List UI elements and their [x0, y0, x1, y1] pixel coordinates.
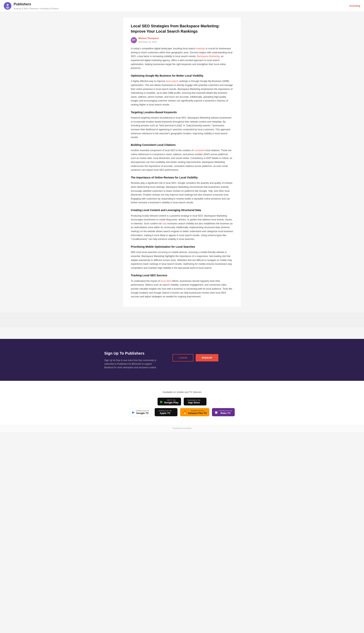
- section-heading-2: Targeting Location-Based Keywords: [131, 110, 233, 114]
- available-text: Available on mobile and TV devices: [4, 390, 360, 394]
- author-date: November 15, 2024: [138, 40, 159, 44]
- svg-point-1: [7, 4, 9, 6]
- header-title-group: Publishers Science & Tech • Business • I…: [14, 2, 58, 10]
- signup-inner: Sign Up To Publishers Sign Up for free t…: [104, 350, 260, 370]
- app-store-button[interactable]: Download on the App Store: [184, 398, 206, 406]
- svg-point-2: [6, 6, 9, 9]
- google-tv-button[interactable]: ▶ DOWNLOAD ON Google TV: [129, 408, 152, 416]
- amazon-fire-icon: 🔥: [183, 410, 187, 414]
- roku-label: DOWNLOAD ON Roku TV: [219, 410, 232, 414]
- powered-by: Powered by On.Media: [0, 424, 364, 432]
- store-buttons-row2: ▶ DOWNLOAD ON Google TV DOWNLOAD ON Appl…: [4, 408, 360, 416]
- author-info: Melissa Thompson November 15, 2024: [138, 36, 159, 44]
- amazon-fire-button[interactable]: 🔥 DOWNLOAD ON Amazon Fire TV: [180, 408, 209, 416]
- signup-description: Sign Up for free to see more from this c…: [104, 358, 161, 370]
- site-header: Publishers Science & Tech • Business • I…: [0, 0, 364, 12]
- author-name[interactable]: Melissa Thompson: [138, 36, 159, 40]
- site-title: Publishers: [14, 2, 58, 7]
- signup-button[interactable]: SIGNUP: [196, 354, 218, 362]
- header-nav: Investing: [350, 4, 360, 8]
- store-buttons-row1: ▶ GET IT ON Google Play Download on the …: [4, 398, 360, 406]
- google-play-icon: ▶: [160, 399, 163, 404]
- amazon-fire-label: DOWNLOAD ON Amazon Fire TV: [188, 410, 207, 414]
- section-heading-3: Building Consistent Local Citations: [131, 143, 233, 147]
- section-heading-4: The Importance of Online Reviews for Loc…: [131, 176, 233, 180]
- section-body-4: Reviews play a significant role in local…: [131, 181, 233, 204]
- site-subtitle: Science & Tech • Business • Investing & …: [14, 7, 58, 10]
- section-body-2: Keyword targeting remains foundational i…: [131, 116, 233, 140]
- signup-text: Sign Up To Publishers Sign Up for free t…: [104, 350, 161, 370]
- section-heading-5: Creating Local Content and Leveraging St…: [131, 208, 233, 212]
- section-body-1: A highly effective way to improve local …: [131, 79, 233, 106]
- article-title: Local SEO Strategies from Backspace Mark…: [131, 23, 233, 34]
- link-local-seo[interactable]: local SEO: [161, 280, 172, 282]
- signup-title: Sign Up To Publishers: [104, 350, 161, 356]
- google-tv-label: DOWNLOAD ON Google TV: [136, 410, 149, 414]
- signup-buttons: LOGIN SIGNUP: [172, 354, 218, 362]
- section-body-3: Another essential component of local SEO…: [131, 148, 233, 172]
- section-heading-1: Optimizing Google My Business for Better…: [131, 74, 233, 78]
- link-only[interactable]: only: [162, 222, 167, 225]
- section-body-7: To understand the impact of local SEO ef…: [131, 279, 233, 299]
- white-gap: [0, 312, 364, 328]
- article-main: Local SEO Strategies from Backspace Mark…: [123, 18, 241, 307]
- powered-by-text: Powered by On.Media: [173, 427, 192, 429]
- link-consistent[interactable]: consistent: [194, 149, 205, 152]
- article-body: In today's competitive digital landscape…: [131, 47, 233, 299]
- author-avatar: MT: [131, 37, 137, 43]
- google-tv-icon: ▶: [132, 410, 135, 414]
- roku-button[interactable]: ▣ DOWNLOAD ON Roku TV: [212, 408, 235, 416]
- section-heading-7: Tracking Local SEO Success: [131, 273, 233, 278]
- author-row: MT Melissa Thompson November 15, 2024: [131, 36, 233, 44]
- google-play-label: GET IT ON Google Play: [164, 399, 178, 404]
- app-store-label: Download on the App Store: [188, 399, 200, 404]
- apple-tv-button[interactable]: DOWNLOAD ON Apple TV: [155, 408, 178, 416]
- link-rankings[interactable]: rankings: [196, 47, 205, 50]
- site-logo: [4, 2, 12, 10]
- roku-icon: ▣: [214, 410, 218, 414]
- article-intro: In today's competitive digital landscape…: [131, 47, 233, 70]
- download-section: Available on mobile and TV devices ▶ GET…: [0, 381, 364, 424]
- nav-investing[interactable]: Investing: [350, 4, 360, 8]
- login-button[interactable]: LOGIN: [172, 354, 194, 362]
- apple-tv-label: DOWNLOAD ON Apple TV: [158, 410, 172, 414]
- section-body-5: Producing locally relevant content is a …: [131, 214, 233, 241]
- link-local-search[interactable]: local search: [166, 80, 178, 82]
- section-body-6: With most local searches occurring on mo…: [131, 250, 233, 270]
- section-heading-6: Prioritizing Mobile Optimization for Loc…: [131, 245, 233, 249]
- link-backspace[interactable]: Backspace Marketing: [197, 55, 220, 58]
- signup-section: Sign Up To Publishers Sign Up for free t…: [0, 339, 364, 381]
- google-play-button[interactable]: ▶ GET IT ON Google Play: [158, 398, 181, 406]
